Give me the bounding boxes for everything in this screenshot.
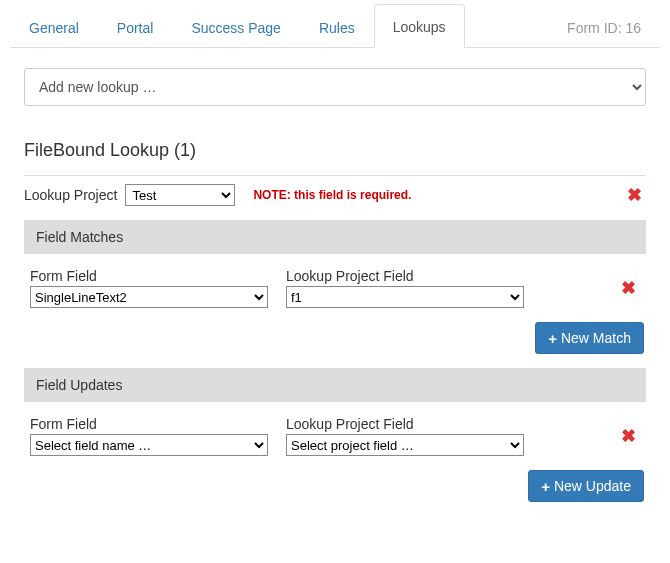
lookups-page: General Portal Success Page Rules Lookup…	[0, 0, 670, 532]
lookup-project-select[interactable]: Test	[125, 184, 235, 206]
add-lookup-select[interactable]: Add new lookup …	[24, 68, 646, 106]
tab-success-page[interactable]: Success Page	[172, 5, 300, 48]
field-matches-section: Field Matches Form Field SingleLineText2…	[24, 220, 646, 354]
tab-bar: General Portal Success Page Rules Lookup…	[10, 0, 660, 48]
match-button-row: + New Match	[24, 322, 646, 354]
update-row: Form Field Select field name … Lookup Pr…	[24, 416, 646, 456]
delete-lookup-icon[interactable]: ✖	[623, 186, 646, 204]
tab-general[interactable]: General	[10, 5, 98, 48]
update-form-field-label: Form Field	[30, 416, 268, 432]
match-form-field-label: Form Field	[30, 268, 268, 284]
match-project-field-label: Lookup Project Field	[286, 268, 524, 284]
update-form-field-col: Form Field Select field name …	[30, 416, 268, 456]
match-form-field-col: Form Field SingleLineText2	[30, 268, 268, 308]
tab-portal[interactable]: Portal	[98, 5, 173, 48]
plus-icon: +	[548, 331, 557, 346]
form-id-label: Form ID: 16	[548, 5, 660, 48]
match-project-field-select[interactable]: f1	[286, 286, 524, 308]
tab-rules[interactable]: Rules	[300, 5, 374, 48]
new-match-button[interactable]: + New Match	[535, 322, 644, 354]
field-updates-header: Field Updates	[24, 368, 646, 402]
new-update-button[interactable]: + New Update	[528, 470, 644, 502]
update-project-field-label: Lookup Project Field	[286, 416, 524, 432]
update-project-field-select[interactable]: Select project field …	[286, 434, 524, 456]
tab-content: Add new lookup … FileBound Lookup (1) Lo…	[10, 48, 660, 532]
match-row: Form Field SingleLineText2 Lookup Projec…	[24, 268, 646, 308]
update-project-field-col: Lookup Project Field Select project fiel…	[286, 416, 524, 456]
plus-icon: +	[541, 479, 550, 494]
new-match-label: New Match	[561, 330, 631, 346]
update-form-field-select[interactable]: Select field name …	[30, 434, 268, 456]
lookup-section-title: FileBound Lookup (1)	[24, 140, 646, 161]
delete-update-icon[interactable]: ✖	[617, 427, 640, 445]
lookup-project-row: Lookup Project Test NOTE: this field is …	[24, 175, 646, 206]
field-updates-section: Field Updates Form Field Select field na…	[24, 368, 646, 502]
tab-lookups[interactable]: Lookups	[374, 4, 465, 48]
update-button-row: + New Update	[24, 470, 646, 502]
new-update-label: New Update	[554, 478, 631, 494]
lookup-project-label: Lookup Project	[24, 187, 117, 203]
field-matches-header: Field Matches	[24, 220, 646, 254]
match-form-field-select[interactable]: SingleLineText2	[30, 286, 268, 308]
match-project-field-col: Lookup Project Field f1	[286, 268, 524, 308]
required-note: NOTE: this field is required.	[253, 188, 411, 202]
delete-match-icon[interactable]: ✖	[617, 279, 640, 297]
